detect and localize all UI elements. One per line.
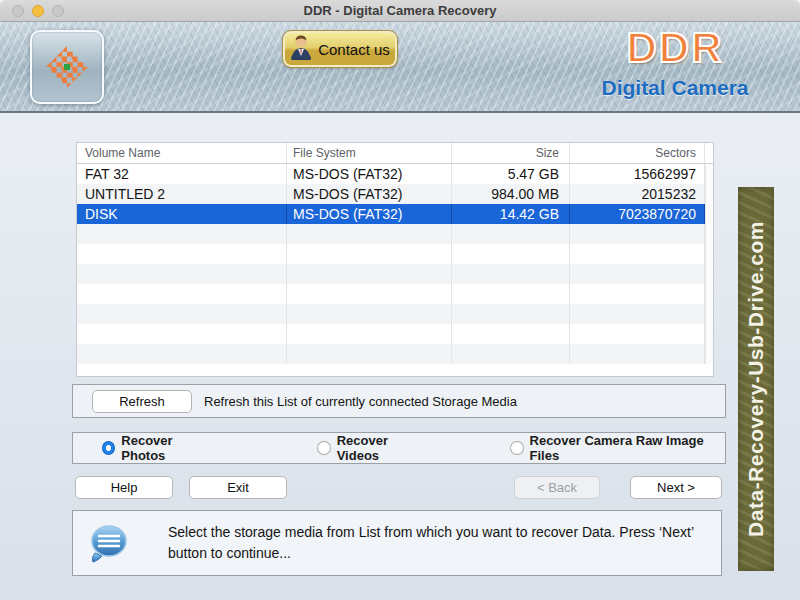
contact-us-button[interactable]: Contact us bbox=[283, 31, 397, 67]
recover-mode-groupbox: Recover Photos Recover Videos Recover Ca… bbox=[72, 432, 726, 464]
cell-size: 14.42 GB bbox=[452, 204, 570, 224]
header: Contact us DDR Digital Camera bbox=[0, 22, 800, 113]
cell-volume: DISK bbox=[77, 204, 287, 224]
brand-subtitle: Digital Camera bbox=[600, 76, 750, 100]
cell-sectors: 15662997 bbox=[570, 164, 705, 184]
cell-fs: MS-DOS (FAT32) bbox=[287, 184, 452, 204]
checker-center-dot bbox=[64, 64, 70, 70]
table-scrollbar[interactable] bbox=[705, 164, 713, 364]
next-button[interactable]: Next > bbox=[630, 476, 722, 499]
radio-recover-videos[interactable]: Recover Videos bbox=[317, 433, 428, 463]
radio-unselected-icon bbox=[317, 441, 330, 455]
cell-size: 984.00 MB bbox=[452, 184, 570, 204]
contact-person-icon bbox=[290, 34, 312, 64]
column-header-file-system[interactable]: File System bbox=[287, 143, 452, 163]
column-header-sectors[interactable]: Sectors bbox=[570, 143, 705, 163]
radio-label: Recover Videos bbox=[337, 433, 429, 463]
exit-button[interactable]: Exit bbox=[189, 476, 287, 499]
cell-volume: FAT 32 bbox=[77, 164, 287, 184]
site-banner: Data-Recovery-Usb-Drive.com bbox=[738, 187, 774, 571]
cell-size: 5.47 GB bbox=[452, 164, 570, 184]
brand: DDR Digital Camera bbox=[600, 24, 750, 100]
column-divider bbox=[286, 224, 287, 364]
table-row-untitled2[interactable]: UNTITLED 2 MS-DOS (FAT32) 984.00 MB 2015… bbox=[77, 184, 713, 204]
cell-sectors: 2015232 bbox=[570, 184, 705, 204]
app-logo bbox=[30, 30, 104, 104]
column-divider bbox=[569, 224, 570, 364]
table-row-disk-selected[interactable]: DISK MS-DOS (FAT32) 14.42 GB 7023870720 bbox=[77, 204, 713, 224]
cell-fs: MS-DOS (FAT32) bbox=[287, 164, 452, 184]
table-header-row: Volume Name File System Size Sectors bbox=[77, 143, 713, 164]
radio-recover-photos[interactable]: Recover Photos bbox=[102, 433, 214, 463]
back-button-disabled[interactable]: < Back bbox=[514, 476, 600, 499]
brand-title: DDR bbox=[600, 24, 750, 72]
radio-unselected-icon bbox=[510, 441, 523, 455]
table-empty-rows bbox=[77, 224, 713, 364]
window-title: DDR - Digital Camera Recovery bbox=[0, 0, 800, 22]
radio-recover-camera-raw[interactable]: Recover Camera Raw Image Files bbox=[510, 433, 725, 463]
cell-volume: UNTITLED 2 bbox=[77, 184, 287, 204]
radio-selected-icon bbox=[102, 441, 115, 455]
help-button[interactable]: Help bbox=[75, 476, 173, 499]
status-message-text: Select the storage media from List from … bbox=[168, 522, 711, 564]
cell-fs: MS-DOS (FAT32) bbox=[287, 204, 452, 224]
column-header-volume-name[interactable]: Volume Name bbox=[77, 143, 287, 163]
column-header-size[interactable]: Size bbox=[452, 143, 570, 163]
refresh-groupbox: Refresh Refresh this List of currently c… bbox=[72, 384, 726, 418]
cell-sectors: 7023870720 bbox=[570, 204, 705, 224]
refresh-description: Refresh this List of currently connected… bbox=[204, 394, 517, 409]
app-window: DDR - Digital Camera Recovery Contact us bbox=[0, 0, 800, 600]
refresh-button[interactable]: Refresh bbox=[92, 390, 192, 413]
speech-bubble-icon bbox=[87, 523, 131, 569]
radio-label: Recover Camera Raw Image Files bbox=[530, 433, 725, 463]
status-message-box: Select the storage media from List from … bbox=[72, 510, 722, 576]
table-row-fat32[interactable]: FAT 32 MS-DOS (FAT32) 5.47 GB 15662997 bbox=[77, 164, 713, 184]
radio-label: Recover Photos bbox=[121, 433, 214, 463]
table-bottom-filler bbox=[77, 364, 713, 376]
titlebar: DDR - Digital Camera Recovery bbox=[0, 0, 800, 22]
site-banner-text: Data-Recovery-Usb-Drive.com bbox=[744, 221, 768, 537]
column-divider bbox=[451, 224, 452, 364]
contact-us-label: Contact us bbox=[318, 41, 390, 58]
storage-media-table: Volume Name File System Size Sectors FAT… bbox=[76, 142, 714, 377]
